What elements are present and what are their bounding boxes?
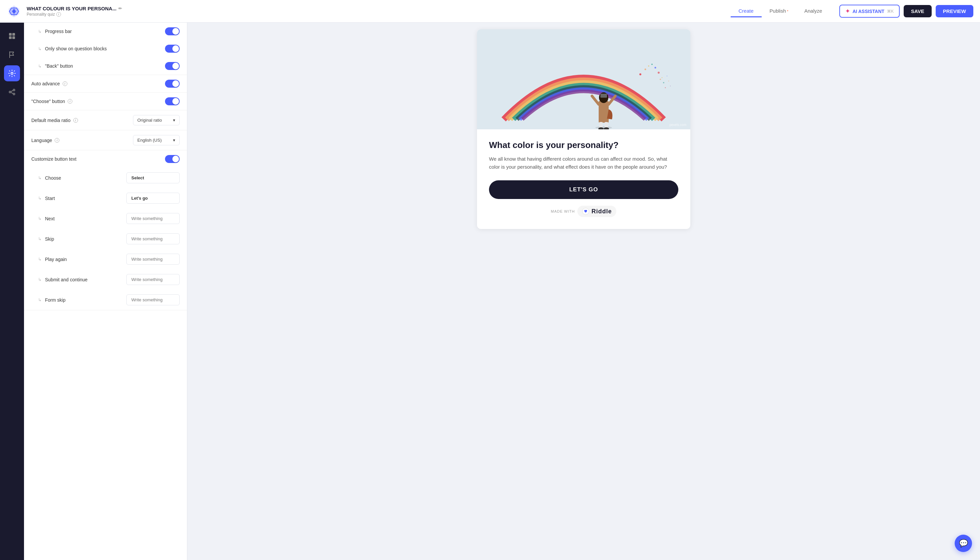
media-ratio-info-icon[interactable]: i: [73, 118, 78, 123]
svg-point-18: [655, 67, 656, 69]
settings-panel: ↳ Progress bar ↳ Only show on question b…: [24, 23, 187, 560]
sidebar-item-flag[interactable]: [4, 47, 20, 63]
media-ratio-dropdown[interactable]: Original ratio ▾: [133, 115, 180, 125]
preview-button[interactable]: PREVIEW: [936, 5, 973, 17]
choose-button-toggle[interactable]: [165, 97, 180, 105]
choose-text-label: Choose: [45, 175, 61, 181]
start-text-input[interactable]: [126, 193, 180, 204]
save-button[interactable]: SAVE: [904, 5, 932, 17]
ai-assistant-button[interactable]: ✦ AI ASSISTANT ⌘K: [839, 5, 900, 18]
quiz-title: What color is your personality?: [489, 140, 678, 150]
toggle-knob: [172, 98, 179, 105]
ai-shortcut: ⌘K: [887, 9, 894, 14]
svg-point-26: [670, 86, 671, 86]
back-button-toggle[interactable]: [165, 62, 180, 70]
header-title: WHAT COLOUR IS YOUR PERSONA... ✏: [27, 6, 122, 11]
question-blocks-toggle[interactable]: [165, 45, 180, 53]
start-text-label: Start: [45, 196, 55, 201]
svg-rect-5: [9, 36, 12, 39]
sidebar-item-share[interactable]: [4, 84, 20, 100]
settings-row-progress-bar: ↳ Progress bar: [24, 23, 187, 40]
toggle-knob: [172, 156, 179, 162]
submit-continue-text-input[interactable]: [126, 274, 180, 285]
nav-publish[interactable]: Publish*: [762, 5, 796, 17]
ai-star-icon: ✦: [845, 8, 850, 14]
indent-arrow-play-again: ↳: [38, 257, 42, 262]
main-layout: ↳ Progress bar ↳ Only show on question b…: [0, 23, 980, 560]
svg-point-16: [648, 65, 649, 67]
toggle-knob: [172, 45, 179, 52]
settings-section-toggles: ↳ Progress bar ↳ Only show on question b…: [24, 23, 187, 75]
auto-advance-toggle[interactable]: [165, 80, 180, 88]
indent-arrow-next: ↳: [38, 216, 42, 221]
title-text: WHAT COLOUR IS YOUR PERSONA...: [27, 6, 116, 11]
settings-row-submit-continue-text: ↳ Submit and continue: [24, 269, 187, 290]
settings-row-start-text: ↳ Start: [24, 188, 187, 208]
preview-area: pexels.com What color is your personalit…: [187, 23, 980, 560]
settings-section-advance: Auto advance i: [24, 75, 187, 93]
settings-row-choose-text: ↳ Choose: [24, 168, 187, 188]
settings-section-media: Default media ratio i Original ratio ▾: [24, 110, 187, 130]
toggle-knob: [172, 80, 179, 87]
edit-title-icon[interactable]: ✏: [118, 6, 122, 11]
svg-point-9: [9, 91, 11, 93]
quiz-description: We all know that having different colors…: [489, 155, 678, 171]
play-again-text-label: Play again: [45, 257, 67, 262]
riddle-logo[interactable]: Riddle: [577, 206, 616, 217]
choose-button-label: "Choose" button: [31, 99, 65, 104]
play-again-text-input[interactable]: [126, 254, 180, 265]
skip-text-input[interactable]: [126, 233, 180, 244]
settings-row-play-again-text: ↳ Play again: [24, 249, 187, 269]
progress-bar-toggle[interactable]: [165, 27, 180, 35]
sidebar-icons: [0, 23, 24, 560]
form-skip-text-label: Form skip: [45, 297, 65, 303]
next-text-input[interactable]: [126, 213, 180, 224]
sidebar-item-settings[interactable]: [4, 65, 20, 81]
sidebar-item-grid[interactable]: [4, 28, 20, 44]
header-subtitle: Personality quiz i: [27, 12, 122, 17]
choose-button-info-icon[interactable]: i: [68, 99, 72, 104]
quiz-content: What color is your personality? We all k…: [477, 129, 690, 229]
lets-go-button[interactable]: LET'S GO: [489, 180, 678, 199]
svg-rect-28: [599, 101, 609, 123]
choose-text-input[interactable]: [126, 172, 180, 183]
customize-text-toggle[interactable]: [165, 155, 180, 163]
toggle-knob: [172, 28, 179, 35]
settings-section-customize: Customize button text ↳ Choose ↳ Start: [24, 150, 187, 310]
logo[interactable]: [7, 4, 21, 19]
made-with-label: MADE WITH: [551, 209, 575, 213]
indent-arrow-start: ↳: [38, 196, 42, 201]
form-skip-text-input[interactable]: [126, 294, 180, 305]
nav-create[interactable]: Create: [731, 5, 762, 17]
toggle-knob: [172, 63, 179, 69]
svg-rect-6: [12, 36, 15, 39]
settings-row-question-blocks: ↳ Only show on question blocks: [24, 40, 187, 57]
auto-advance-info-icon[interactable]: i: [63, 81, 67, 86]
svg-line-11: [11, 90, 13, 92]
language-dropdown[interactable]: English (US) ▾: [133, 135, 180, 145]
auto-advance-label: Auto advance: [31, 81, 60, 86]
header-nav: Create Publish* Analyze: [731, 5, 830, 17]
settings-section-language: Language i English (US) ▾: [24, 130, 187, 150]
chevron-down-icon: ▾: [173, 138, 175, 143]
submit-continue-text-label: Submit and continue: [45, 277, 88, 282]
indent-arrow-back: ↳: [38, 64, 42, 69]
svg-rect-4: [12, 33, 15, 36]
svg-point-19: [658, 72, 660, 74]
indent-arrow-progress: ↳: [38, 29, 42, 34]
svg-point-20: [660, 79, 661, 80]
chat-icon: 💬: [959, 539, 968, 548]
question-blocks-label: Only show on question blocks: [45, 46, 107, 51]
language-info-icon[interactable]: i: [55, 138, 59, 143]
svg-point-7: [11, 72, 13, 74]
indent-arrow-skip: ↳: [38, 236, 42, 241]
indent-arrow-submit: ↳: [38, 277, 42, 282]
subtitle-info-icon[interactable]: i: [56, 12, 61, 17]
svg-point-8: [13, 89, 15, 91]
next-text-label: Next: [45, 216, 55, 221]
nav-analyze[interactable]: Analyze: [796, 5, 830, 17]
chat-bubble-button[interactable]: 💬: [955, 535, 972, 552]
media-ratio-label: Default media ratio: [31, 118, 71, 123]
svg-rect-30: [600, 94, 607, 98]
skip-text-label: Skip: [45, 236, 54, 242]
